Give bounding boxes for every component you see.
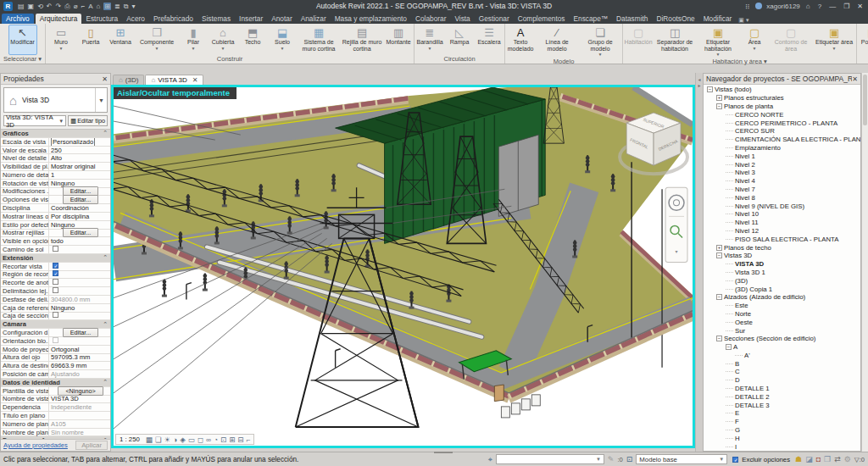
signed-in-user[interactable]: xagori6129 — [766, 3, 800, 10]
tree-item-cimentacion-sala-electrica-planta[interactable]: CIMENTACIÓN SALA ELECTRICA - PLANTA — [704, 136, 860, 144]
text-icon[interactable]: A — [88, 3, 92, 10]
tab-estructura[interactable]: Estructura — [81, 14, 122, 24]
tree-item-vistas-todo[interactable]: −Vistas (todo) — [704, 86, 860, 94]
tab-archivo[interactable]: Archivo — [2, 14, 34, 24]
tree-item-nivel-12[interactable]: Nivel 12 — [704, 227, 860, 236]
select-by-face-icon[interactable]: ⇄ — [834, 455, 841, 463]
recortar-vista-checkbox[interactable] — [53, 263, 58, 269]
tree-item-oeste[interactable]: Oeste — [704, 318, 860, 326]
tree-item-este[interactable]: Este — [704, 302, 860, 310]
temporary-hide-icon[interactable]: ∞ — [206, 435, 211, 445]
property-value[interactable]: Ninguno — [49, 180, 110, 187]
tree-item-nivel-7[interactable]: Nivel 7 — [704, 186, 860, 194]
view-filter-combo[interactable]: Vista 3D: VISTA 3D ▼ — [3, 115, 66, 126]
tree-item-nivel-1[interactable]: Nivel 1 — [704, 152, 860, 160]
tab-modificar[interactable]: Modificar — [699, 14, 737, 24]
tree-item-c[interactable]: C — [704, 368, 860, 376]
view-combo-dropdown-icon[interactable]: ▼ — [58, 119, 64, 124]
escalera-button[interactable]: ☰Escalera — [475, 25, 504, 55]
tab-analizar[interactable]: Analizar — [297, 14, 331, 24]
tree-item-nivel-8[interactable]: Nivel 8 — [704, 193, 860, 202]
scale-button[interactable]: 1 : 250 — [120, 435, 143, 443]
tree-item-3d[interactable]: (3D) — [704, 276, 860, 285]
measure-icon[interactable]: ⌀ — [74, 3, 78, 10]
property-value[interactable]: Alto — [49, 154, 110, 162]
type-selector-dropdown-icon[interactable]: ▼ — [95, 88, 107, 112]
statusbar-resize-handle[interactable] — [434, 452, 453, 453]
property-value[interactable]: Coordinación — [49, 204, 110, 212]
tree-item-secciones-seccion-de-edificio[interactable]: −Secciones (Sección de edificio) — [704, 335, 860, 343]
tree-item-h[interactable]: H — [704, 434, 860, 442]
tree-item-e[interactable]: E — [704, 409, 860, 418]
property-value[interactable]: Personalizado — [49, 138, 110, 146]
sun-path-icon[interactable]: ☀ — [164, 435, 171, 445]
property-value[interactable]: 1 — [49, 171, 110, 179]
reveal-constraints-icon[interactable]: ⌐ — [246, 435, 250, 445]
browser-scrollbar[interactable] — [861, 73, 868, 452]
tab-masa-y-emplazamiento[interactable]: Masa y emplazamiento — [331, 14, 411, 24]
design-options-icon[interactable]: ⊡ — [626, 455, 633, 463]
linea-de-modelo-button[interactable]: ∕Línea de modelo — [536, 25, 578, 58]
sistema-de-muro-cortina-button[interactable]: ▦Sistema de muro cortina — [298, 25, 340, 55]
tree-item-detalle-2[interactable]: DETALLE 2 — [704, 392, 860, 401]
tree-item-nivel-9-nivel-de-gis[interactable]: Nivel 9 (NIVEL DE GIS) — [704, 202, 860, 210]
techo-button[interactable]: ⬒Techo — [238, 25, 267, 55]
detail-level-icon[interactable]: ▦ — [146, 435, 153, 445]
close-button[interactable]: ✕ — [855, 3, 865, 10]
property-value[interactable]: Ortogonal — [49, 346, 110, 353]
tree-item-nivel-3[interactable]: Nivel 3 — [704, 169, 860, 177]
section-icon[interactable]: ⊞ — [103, 3, 111, 10]
3d-view-icon[interactable]: ⌂ — [96, 3, 100, 10]
tab-colaborar[interactable]: Colaborar — [411, 14, 450, 24]
dimension-icon[interactable]: ⌐ — [81, 3, 85, 10]
caja-de-seccion-checkbox[interactable] — [53, 312, 58, 318]
minimize-button[interactable]: — — [827, 3, 837, 10]
tree-item-cerco-perimetrico-planta[interactable]: CERCO PERIMETRICO - PLANTA — [704, 119, 860, 127]
tab-vista[interactable]: Vista — [450, 14, 474, 24]
camino-de-sol-checkbox[interactable] — [53, 246, 58, 252]
press-drag-icon[interactable]: ☗ — [795, 455, 802, 463]
property-value[interactable]: 597095.3 mm — [49, 353, 110, 361]
tree-item-nivel-10[interactable]: Nivel 10 — [704, 210, 860, 219]
tree-item-nivel-2[interactable]: Nivel 2 — [704, 160, 860, 169]
navigation-bar[interactable]: ▾ — [665, 187, 687, 262]
redo-icon[interactable]: ↷ — [56, 3, 62, 10]
crop-view-icon[interactable]: ▭ — [188, 435, 195, 445]
tree-item-piso-sala-electrica-planta[interactable]: PISO SALA ELECTRICA - PLANTA — [704, 235, 860, 243]
por-cara-button[interactable]: ◪Por cara — [858, 25, 868, 55]
property-value[interactable]: Por disciplina — [49, 213, 110, 220]
tree-item-detalle-3[interactable]: DETALLE 3 — [704, 401, 860, 409]
revit-logo-icon[interactable]: R — [3, 2, 13, 11]
app-store-icon[interactable]: ⌂ — [806, 2, 810, 11]
tab-sistemas[interactable]: Sistemas — [198, 14, 235, 24]
undo-icon[interactable]: ↶ — [47, 3, 53, 10]
communication-center-icon[interactable]: ⁝⁝ — [745, 2, 749, 11]
property-value[interactable]: Mostrar original — [49, 163, 110, 170]
tree-item-detalle-1[interactable]: DETALLE 1 — [704, 385, 860, 393]
tab-arquitectura[interactable]: Arquitectura — [36, 14, 82, 24]
tree-item-sur[interactable]: Sur — [704, 326, 860, 335]
tree-item-vista-3d-1[interactable]: Vista 3D 1 — [704, 269, 860, 277]
collapse-icon[interactable]: − — [716, 103, 722, 109]
tree-item-planos-estructurales[interactable]: +Planos estructurales — [704, 94, 860, 103]
modify-tab-extra-icon[interactable]: ▣ ▾ — [738, 17, 748, 24]
restore-button[interactable]: ❐ — [842, 3, 851, 10]
tree-item-a[interactable]: A' — [704, 352, 860, 360]
tree-item-i[interactable]: I — [704, 442, 860, 451]
tab-acero[interactable]: Acero — [122, 14, 149, 24]
properties-close-icon[interactable]: ✕ — [102, 75, 108, 83]
visual-style-icon[interactable]: ❏ — [155, 435, 162, 445]
apply-button[interactable]: Aplicar — [75, 441, 108, 450]
tree-item-vistas-3d[interactable]: −Vistas 3D — [704, 252, 860, 260]
tree-item-cerco-sur[interactable]: CERCO SUR — [704, 127, 860, 136]
property-value[interactable]: VISTA 3D — [49, 395, 110, 402]
worksharing-display-icon[interactable]: ⊡ — [220, 435, 226, 445]
view-tab-3d[interactable]: ⌂(3D) — [113, 75, 144, 85]
grupo-de-modelo-button[interactable]: ❏Grupo de modelo▼ — [579, 25, 621, 58]
tree-item-b[interactable]: B — [704, 359, 860, 368]
view-tab-close-icon[interactable]: ✕ — [192, 76, 198, 84]
tree-item-3d-copia-1[interactable]: (3D) Copia 1 — [704, 285, 860, 293]
section-collapse-icon[interactable]: ⌃ — [103, 130, 110, 136]
section-collapse-icon[interactable]: ⌃ — [103, 321, 110, 328]
tree-item-vista-3d[interactable]: VISTA 3D — [704, 260, 860, 269]
